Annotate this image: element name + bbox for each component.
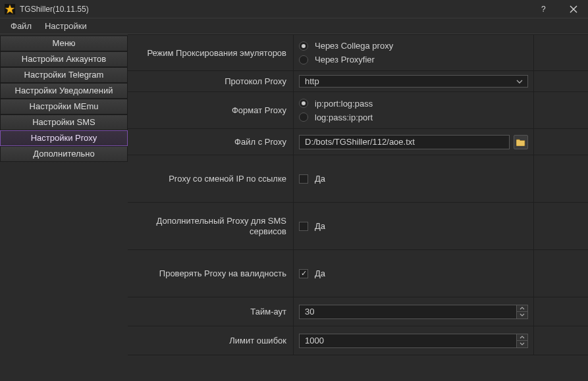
radio-dot-icon	[299, 41, 308, 51]
row-file: Файл с Proxy	[128, 129, 588, 155]
browse-button[interactable]	[514, 135, 528, 149]
sidebar-item-label: Настройки Аккаунтов	[22, 54, 106, 64]
label-extra-sms: Дополнительный Proxy для SMS сервисов	[128, 203, 294, 249]
spare-cell	[534, 35, 588, 70]
sidebar-item-label: Настройки Telegram	[24, 70, 104, 80]
sidebar: Меню Настройки Аккаунтов Настройки Teleg…	[0, 34, 128, 381]
sidebar-item-label: Настройки Proxy	[31, 133, 97, 143]
row-timeout: Тайм-аут	[128, 297, 588, 326]
folder-icon	[516, 138, 525, 146]
label-proxy-mode: Режим Проксирования эмуляторов	[128, 35, 294, 70]
protocol-select[interactable]: http	[299, 75, 528, 88]
check-extra-sms[interactable]: Да	[299, 221, 528, 231]
spare-cell	[534, 71, 588, 91]
svg-line-4	[570, 6, 577, 13]
check-ip-change[interactable]: Да	[299, 174, 528, 184]
check-label: Да	[315, 221, 325, 231]
label-ip-change: Proxy со сменой IP по ссылке	[128, 155, 294, 202]
row-proxy-mode: Режим Проксирования эмуляторов Через Col…	[128, 34, 588, 71]
radio-dot-icon	[299, 55, 308, 64]
timeout-spinner	[516, 305, 528, 319]
sidebar-item-label: Меню	[52, 38, 75, 48]
select-value: http	[305, 76, 319, 86]
checkbox-icon	[299, 174, 308, 184]
svg-text:?: ?	[541, 5, 546, 13]
radio-format-a[interactable]: ip:port:log:pass	[299, 99, 528, 109]
check-label: Да	[315, 268, 325, 278]
radio-dot-icon	[299, 113, 308, 122]
spin-up-button[interactable]	[517, 305, 527, 312]
spin-down-button[interactable]	[517, 340, 527, 347]
spare-cell	[534, 155, 588, 202]
label-error-limit: Лимит ошибок	[128, 326, 294, 355]
sidebar-item-notifications[interactable]: Настройки Уведомлений	[0, 83, 128, 99]
row-validate: Проверять Proxy на валидность ✓ Да	[128, 250, 588, 297]
sidebar-item-sms[interactable]: Настройки SMS	[0, 114, 128, 130]
radio-label: ip:port:log:pass	[315, 99, 373, 109]
label-timeout: Тайм-аут	[128, 297, 294, 326]
radio-label: Через Proxyfier	[315, 55, 375, 64]
window-title: TGShiller(10.11.55)	[20, 5, 89, 14]
label-validate: Проверять Proxy на валидность	[128, 250, 294, 297]
sidebar-item-label: Дополнительно	[33, 149, 95, 159]
radio-format-b[interactable]: log:pass:ip:port	[299, 113, 528, 122]
row-protocol: Протокол Proxy http	[128, 71, 588, 92]
row-extra-sms: Дополнительный Proxy для SMS сервисов Да	[128, 203, 588, 250]
check-label: Да	[315, 174, 325, 184]
sidebar-item-label: Настройки MEmu	[30, 101, 99, 111]
checkbox-icon: ✓	[299, 269, 308, 278]
spare-cell	[534, 297, 588, 326]
spin-up-button[interactable]	[517, 334, 527, 341]
row-error-limit: Лимит ошибок	[128, 326, 588, 355]
help-button[interactable]: ?	[529, 0, 558, 18]
menu-file[interactable]: Файл	[4, 20, 38, 32]
row-format: Формат Proxy ip:port:log:pass log:pass:i…	[128, 92, 588, 129]
radio-dot-icon	[299, 99, 308, 108]
checkbox-icon	[299, 222, 308, 231]
radio-collega[interactable]: Через Collega proxy	[299, 41, 528, 51]
sidebar-item-menu[interactable]: Меню	[0, 36, 128, 51]
menubar: Файл Настройки	[0, 18, 588, 34]
sidebar-item-extra[interactable]: Дополнительно	[0, 146, 128, 162]
proxy-file-input[interactable]	[299, 135, 510, 149]
sidebar-item-label: Настройки Уведомлений	[15, 86, 113, 95]
label-text: Дополнительный Proxy для SMS сервисов	[132, 216, 286, 236]
spin-down-button[interactable]	[517, 311, 527, 318]
app-icon	[4, 3, 16, 15]
chevron-down-icon	[514, 76, 525, 87]
spare-cell	[534, 326, 588, 355]
sidebar-item-memu[interactable]: Настройки MEmu	[0, 99, 128, 114]
label-protocol: Протокол Proxy	[128, 71, 294, 91]
sidebar-item-telegram[interactable]: Настройки Telegram	[0, 67, 128, 83]
spare-cell	[534, 92, 588, 128]
radio-label: log:pass:ip:port	[315, 113, 373, 122]
sidebar-item-label: Настройки SMS	[32, 117, 95, 127]
sidebar-item-accounts[interactable]: Настройки Аккаунтов	[0, 51, 128, 67]
close-button[interactable]	[558, 0, 588, 18]
check-validate[interactable]: ✓ Да	[299, 268, 528, 278]
timeout-input[interactable]	[299, 305, 516, 319]
radio-label: Через Collega proxy	[315, 41, 393, 51]
spare-cell	[534, 129, 588, 155]
label-file: Файл с Proxy	[128, 129, 294, 155]
menu-settings[interactable]: Настройки	[38, 20, 94, 32]
error-limit-input[interactable]	[299, 334, 516, 348]
radio-proxyfier[interactable]: Через Proxyfier	[299, 55, 528, 64]
spare-cell	[534, 203, 588, 249]
label-format: Формат Proxy	[128, 92, 294, 128]
sidebar-item-proxy[interactable]: Настройки Proxy	[0, 130, 128, 146]
error-limit-spinner	[516, 334, 528, 348]
titlebar: TGShiller(10.11.55) ?	[0, 0, 588, 18]
svg-line-3	[570, 6, 577, 13]
settings-panel: Режим Проксирования эмуляторов Через Col…	[128, 34, 588, 381]
row-ip-change: Proxy со сменой IP по ссылке Да	[128, 155, 588, 203]
spare-cell	[534, 250, 588, 297]
